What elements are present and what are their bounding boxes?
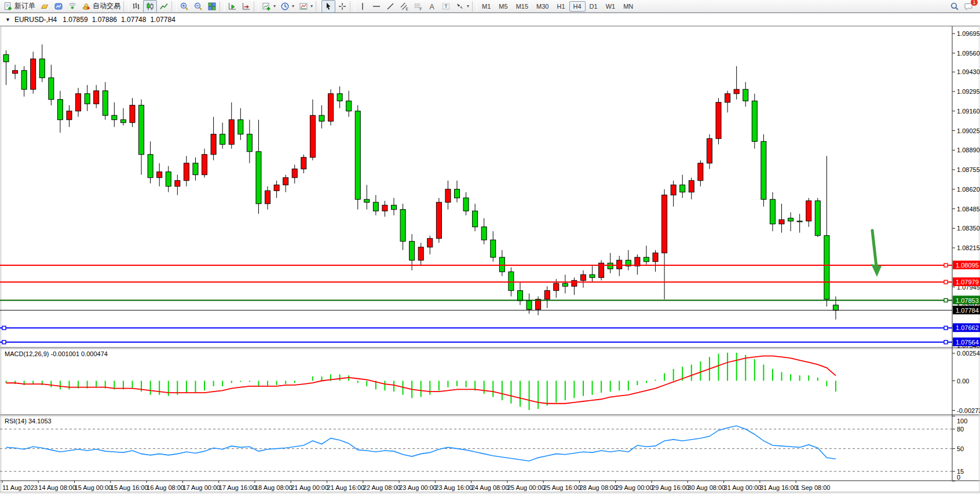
resistance-line-1-price-label: 1.08095 [953, 261, 980, 269]
svg-text:1.08620: 1.08620 [957, 186, 980, 193]
line-handle [944, 299, 948, 302]
svg-text:29 Aug 16:00: 29 Aug 16:00 [652, 484, 689, 491]
text-button[interactable]: A [425, 0, 439, 13]
timeframe-h4-button[interactable]: H4 [569, 1, 586, 12]
toolbar-separator [350, 1, 355, 12]
resistance-line-2[interactable] [0, 280, 952, 284]
auto-trading-label: 自动交易 [93, 1, 120, 11]
line-handle [2, 341, 6, 344]
chart-shift-icon [242, 2, 251, 11]
svg-text:T: T [444, 3, 448, 9]
signal-icon [68, 2, 77, 11]
timeframe-m30-button[interactable]: M30 [532, 1, 553, 12]
periods-button[interactable]: ▾ [278, 0, 297, 13]
date-axis[interactable]: 11 Aug 202314 Aug 08:0015 Aug 00:0015 Au… [2, 481, 831, 491]
trendline-button[interactable] [383, 0, 397, 13]
zoom-in-button[interactable] [177, 0, 191, 13]
toolbar: 新订单自动交易▾▾▾EFAT▾M1M5M15M30H1H4D1W1MN1 [0, 0, 980, 13]
horizontal-line-button[interactable] [370, 0, 383, 13]
label-icon: T [441, 2, 451, 11]
channel-icon: E [400, 2, 409, 11]
svg-text:15 Aug 00:00: 15 Aug 00:00 [75, 484, 112, 491]
timeframe-m1-button[interactable]: M1 [478, 1, 495, 12]
chevron-down-icon[interactable]: ▾ [273, 3, 276, 9]
svg-text:-0.002733: -0.002733 [957, 407, 980, 414]
sell-arrow-annotation[interactable] [871, 230, 882, 277]
svg-text:22 Aug 08:00: 22 Aug 08:00 [363, 484, 401, 491]
resistance-line-2-price-label: 1.07979 [953, 277, 980, 286]
candlestick-chart-icon [145, 2, 155, 11]
resistance-line-1[interactable] [0, 264, 952, 267]
timeframe-h1-button[interactable]: H1 [553, 1, 569, 12]
svg-text:1.08755: 1.08755 [957, 166, 980, 173]
chevron-down-icon[interactable]: ▾ [292, 3, 294, 9]
templates-button[interactable]: ▾ [297, 0, 315, 13]
support-line-blue-2[interactable] [0, 341, 952, 344]
market-data-button[interactable] [52, 0, 65, 13]
one-click-trading-collapse-icon[interactable]: ▼ [5, 17, 10, 23]
chat-badge: 1 [970, 0, 978, 6]
timeframe-d1-button[interactable]: D1 [586, 1, 602, 12]
timeframe-m5-button[interactable]: M5 [495, 1, 511, 12]
chart-canvas[interactable]: 1.096951.095601.094301.092951.091601.090… [0, 0, 980, 494]
svg-text:1.09160: 1.09160 [957, 108, 980, 115]
support-line-blue-1-price-label: 1.07662 [953, 323, 980, 332]
new-order-icon [3, 2, 13, 11]
svg-text:0.00: 0.00 [957, 378, 969, 385]
svg-text:16 Aug 08:00: 16 Aug 08:00 [147, 484, 184, 491]
bid-price-line-price-label: 1.07784 [953, 306, 980, 314]
text-label-button[interactable]: T [439, 0, 453, 13]
timeframe-w1-button[interactable]: W1 [602, 1, 620, 12]
line-handle [2, 326, 6, 330]
vertical-line-button[interactable] [356, 0, 370, 13]
support-line-blue-1[interactable] [0, 326, 952, 330]
svg-text:1.09025: 1.09025 [957, 127, 980, 134]
svg-text:23 Aug 00:00: 23 Aug 00:00 [399, 484, 437, 491]
svg-text:1.08095: 1.08095 [956, 262, 979, 269]
templates-icon [299, 2, 308, 11]
auto-trading-button[interactable]: 自动交易 [79, 0, 123, 13]
chart-low-value: 1.07748 [121, 16, 146, 24]
indicators-button[interactable]: ▾ [259, 0, 278, 13]
bar-chart-button[interactable] [129, 0, 143, 13]
rsi-line [6, 426, 836, 461]
zoom-out-button[interactable] [191, 0, 205, 13]
svg-text:17 Aug 00:00: 17 Aug 00:00 [182, 484, 220, 491]
signals-button[interactable] [65, 0, 79, 13]
periods-icon [280, 2, 290, 11]
arrows-button[interactable]: ▾ [453, 0, 471, 13]
zoom-in-icon [180, 2, 189, 11]
crosshair-button[interactable] [335, 0, 349, 13]
gold-bar-icon [40, 2, 49, 11]
chart-shift-button[interactable] [239, 0, 253, 13]
new-order-label: 新订单 [14, 1, 35, 11]
auto-scroll-icon [228, 2, 237, 11]
tile-windows-button[interactable] [205, 0, 219, 13]
equidistant-channel-button[interactable]: E [397, 0, 411, 13]
chevron-down-icon[interactable]: ▾ [310, 3, 313, 9]
svg-text:25 Aug 00:00: 25 Aug 00:00 [507, 484, 545, 491]
candlestick-chart-button[interactable] [143, 0, 157, 13]
timeframe-m15-button[interactable]: M15 [512, 1, 532, 12]
chevron-down-icon[interactable]: ▾ [467, 3, 469, 9]
toolbar-separator [220, 1, 225, 12]
search-button[interactable] [948, 0, 961, 13]
svg-text:1.07662: 1.07662 [956, 324, 979, 331]
support-line-green-price-label: 1.07853 [953, 296, 980, 305]
line-handle [944, 326, 948, 330]
chat-button[interactable]: 1 [961, 0, 975, 13]
support-line-green[interactable] [0, 299, 952, 302]
new-order-button[interactable]: 新订单 [1, 0, 38, 13]
macd-pane: 0.0025430.00-0.002733 [6, 350, 980, 414]
gold-button[interactable] [38, 0, 52, 13]
auto-scroll-button[interactable] [225, 0, 239, 13]
zoom-out-icon [193, 2, 203, 11]
line-handle [944, 264, 948, 267]
svg-text:1.07564: 1.07564 [956, 339, 979, 346]
fibonacci-button[interactable]: F [411, 0, 425, 13]
cursor-button[interactable] [321, 0, 335, 13]
chart-high-value: 1.07886 [92, 16, 117, 24]
line-chart-button[interactable] [157, 0, 171, 13]
timeframe-mn-button[interactable]: MN [619, 1, 637, 12]
line-handle [944, 280, 948, 284]
